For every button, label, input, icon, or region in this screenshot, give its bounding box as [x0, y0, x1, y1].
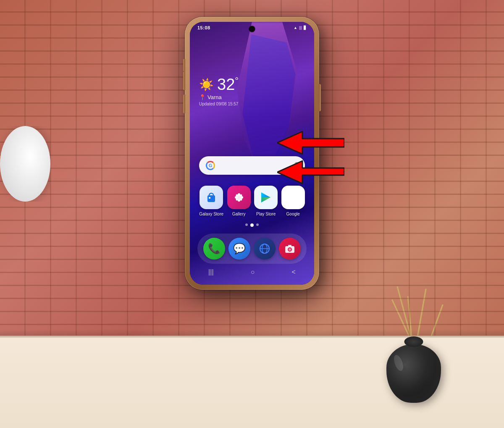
svg-point-6 — [241, 196, 243, 199]
back-button[interactable]: < — [292, 268, 296, 276]
decorative-sphere — [0, 126, 50, 202]
battery-icon: ▊ — [304, 26, 307, 30]
front-camera — [249, 26, 255, 32]
weather-updated: Updated 09/08 15:57 — [199, 102, 239, 106]
upper-arrow — [277, 131, 344, 154]
svg-point-18 — [289, 248, 291, 251]
svg-rect-1 — [209, 197, 210, 199]
dock-internet-icon[interactable] — [254, 238, 276, 260]
svg-point-10 — [240, 199, 242, 201]
status-icons: ▲ ||| ▊ — [294, 26, 307, 30]
lower-arrow — [277, 161, 344, 184]
samsung-internet-svg — [259, 243, 270, 255]
camera-svg — [284, 243, 296, 255]
gallery-icon — [227, 186, 251, 209]
power-button[interactable] — [319, 84, 321, 111]
svg-point-5 — [235, 196, 237, 199]
navigation-bar: ||| ○ < — [190, 265, 314, 279]
bixby-button[interactable] — [183, 59, 185, 71]
recent-apps-button[interactable]: ||| — [208, 268, 213, 276]
status-time: 15:08 — [197, 25, 210, 30]
play-store-svg — [259, 190, 273, 205]
google-g-logo: G — [206, 161, 215, 170]
signal-icon: ||| — [299, 26, 302, 30]
galaxy-store-icon — [200, 186, 223, 209]
galaxy-store-svg — [205, 191, 218, 204]
weather-location: 📍 Varna — [199, 94, 239, 100]
play-store-label: Play Store — [256, 212, 276, 216]
weather-temperature: 32° — [217, 76, 239, 92]
page-dot-1 — [245, 223, 248, 226]
volume-up-button[interactable] — [183, 71, 185, 90]
dock: 📞 💬 — [197, 234, 307, 264]
reed-diffuser-vase — [386, 344, 441, 403]
svg-rect-19 — [288, 245, 291, 247]
weather-icon: ☀️ — [199, 78, 214, 92]
google-label: Google — [286, 212, 300, 216]
dock-messages-icon[interactable]: 💬 — [228, 238, 250, 260]
page-dot-3 — [256, 223, 259, 226]
gallery-svg — [233, 191, 245, 204]
svg-rect-0 — [207, 195, 215, 202]
page-indicators — [190, 223, 314, 227]
app-item-galaxy-store[interactable]: Galaxy Store — [199, 186, 223, 216]
galaxy-store-label: Galaxy Store — [199, 212, 223, 216]
svg-point-3 — [238, 193, 240, 196]
play-store-icon — [254, 186, 278, 209]
weather-widget[interactable]: ☀️ 32° 📍 Varna Updated 09/08 15:57 — [199, 76, 239, 106]
svg-point-9 — [236, 199, 238, 201]
dock-camera-icon[interactable] — [279, 238, 301, 260]
location-pin-icon: 📍 — [199, 94, 206, 100]
volume-down-button[interactable] — [183, 95, 185, 113]
vase-body — [386, 344, 441, 403]
annotation-arrows — [277, 124, 344, 200]
page-dot-2-active — [250, 223, 254, 227]
svg-point-4 — [238, 199, 240, 202]
svg-point-7 — [236, 194, 238, 197]
gallery-label: Gallery — [232, 212, 246, 216]
app-item-play-store[interactable]: Play Store — [254, 186, 278, 216]
app-item-gallery[interactable]: Gallery — [227, 186, 251, 216]
weather-main: ☀️ 32° — [199, 76, 239, 92]
wifi-icon: ▲ — [294, 26, 297, 30]
home-button[interactable]: ○ — [251, 268, 255, 276]
svg-point-8 — [240, 194, 242, 197]
table-shadow — [0, 329, 504, 338]
dock-phone-icon[interactable]: 📞 — [203, 238, 225, 260]
